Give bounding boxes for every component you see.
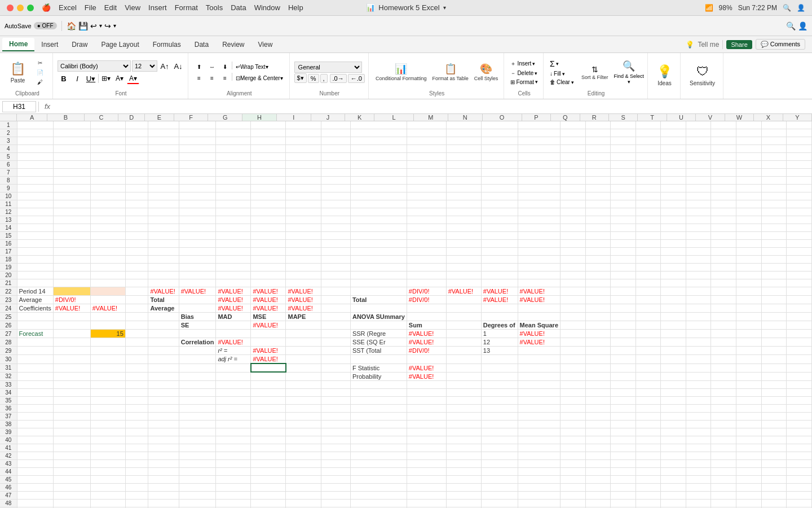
cell-R41[interactable]	[611, 444, 636, 452]
cell-E37[interactable]	[148, 412, 179, 420]
cell-W35[interactable]	[736, 396, 762, 404]
cell-P6[interactable]	[561, 161, 586, 169]
cell-M44[interactable]	[446, 467, 481, 475]
cell-W12[interactable]	[736, 208, 762, 216]
cell-H14[interactable]	[251, 224, 286, 232]
cell-H12[interactable]	[251, 208, 286, 216]
cell-F6[interactable]	[179, 161, 216, 169]
wrap-text-btn[interactable]: ↵ Wrap Text ▾	[233, 62, 271, 72]
cell-X44[interactable]	[761, 467, 787, 475]
cell-H20[interactable]	[251, 271, 286, 279]
cell-Q30[interactable]	[585, 355, 611, 364]
cell-O46[interactable]	[518, 483, 560, 491]
cell-H22[interactable]: #VALUE!	[251, 287, 286, 296]
cell-J8[interactable]	[321, 177, 350, 185]
cell-M14[interactable]	[446, 224, 481, 232]
align-middle-btn[interactable]: ↔	[206, 62, 218, 72]
cell-K26[interactable]	[350, 321, 407, 330]
cell-K29[interactable]: SST (Total	[350, 347, 407, 355]
cell-W44[interactable]	[736, 467, 762, 475]
cell-P18[interactable]	[561, 256, 586, 264]
cell-T22[interactable]	[661, 287, 686, 296]
cell-B25[interactable]	[53, 313, 90, 321]
cell-B17[interactable]	[53, 248, 90, 256]
cell-E20[interactable]	[148, 271, 179, 279]
col-header-m[interactable]: M	[414, 114, 448, 121]
cell-A31[interactable]	[17, 364, 53, 372]
cell-R8[interactable]	[611, 177, 636, 185]
wrap-dropdown[interactable]: ▾	[266, 64, 268, 70]
cell-F25[interactable]: Bias	[179, 313, 216, 321]
cell-L42[interactable]	[407, 452, 446, 459]
cell-A18[interactable]	[17, 256, 53, 264]
cell-V23[interactable]	[711, 296, 736, 304]
increase-font-btn[interactable]: A↑	[158, 60, 171, 72]
cell-R9[interactable]	[611, 185, 636, 192]
cell-R39[interactable]	[611, 428, 636, 436]
cell-F3[interactable]	[179, 137, 216, 145]
cell-L25[interactable]	[407, 313, 446, 321]
cell-S12[interactable]	[636, 208, 661, 216]
cell-P41[interactable]	[561, 444, 586, 452]
cell-H11[interactable]	[251, 200, 286, 208]
cell-L34[interactable]	[407, 388, 446, 396]
cell-F12[interactable]	[179, 208, 216, 216]
cell-V27[interactable]	[711, 330, 736, 338]
cell-W47[interactable]	[736, 491, 762, 499]
cell-V13[interactable]	[711, 216, 736, 224]
cell-C16[interactable]	[90, 240, 125, 248]
cell-L47[interactable]	[407, 491, 446, 499]
cell-B26[interactable]	[53, 321, 90, 330]
cell-D5[interactable]	[125, 153, 148, 161]
cell-R30[interactable]	[611, 355, 636, 364]
cell-F13[interactable]	[179, 216, 216, 224]
cell-M43[interactable]	[446, 459, 481, 467]
cell-C3[interactable]	[90, 137, 125, 145]
cell-E38[interactable]	[148, 420, 179, 428]
cell-D42[interactable]	[125, 452, 148, 459]
cell-T8[interactable]	[661, 177, 686, 185]
cell-J37[interactable]	[321, 412, 350, 420]
cell-Y42[interactable]	[787, 452, 812, 459]
cell-G19[interactable]	[216, 264, 251, 271]
cell-H38[interactable]	[251, 420, 286, 428]
cell-K8[interactable]	[350, 177, 407, 185]
cell-F27[interactable]	[179, 330, 216, 338]
cell-N23[interactable]: #VALUE!	[481, 296, 518, 304]
cell-Y26[interactable]	[787, 321, 812, 330]
tab-view[interactable]: View	[251, 38, 280, 51]
cell-E47[interactable]	[148, 491, 179, 499]
cell-X22[interactable]	[761, 287, 787, 296]
cell-B30[interactable]	[53, 355, 90, 364]
cell-R27[interactable]	[611, 330, 636, 338]
cell-U35[interactable]	[686, 396, 711, 404]
cell-C15[interactable]	[90, 232, 125, 240]
font-family-select[interactable]: Calibri (Body)	[58, 60, 131, 72]
cell-I42[interactable]	[286, 452, 321, 459]
cell-Y8[interactable]	[787, 177, 812, 185]
cell-Y2[interactable]	[787, 129, 812, 137]
cell-E19[interactable]	[148, 264, 179, 271]
cell-B7[interactable]	[53, 169, 90, 177]
tab-page-layout[interactable]: Page Layout	[94, 38, 145, 51]
cell-A3[interactable]	[17, 137, 53, 145]
cell-G25[interactable]: MAD	[216, 313, 251, 321]
cell-R18[interactable]	[611, 256, 636, 264]
cell-H26[interactable]: #VALUE!	[251, 321, 286, 330]
cell-L22[interactable]: #DIV/0!	[407, 287, 446, 296]
cell-B16[interactable]	[53, 240, 90, 248]
cell-M38[interactable]	[446, 420, 481, 428]
cell-R43[interactable]	[611, 459, 636, 467]
cell-K23[interactable]: Total	[350, 296, 407, 304]
cell-R47[interactable]	[611, 491, 636, 499]
cell-W18[interactable]	[736, 256, 762, 264]
cell-P29[interactable]	[561, 347, 586, 355]
cell-T12[interactable]	[661, 208, 686, 216]
cell-D21[interactable]	[125, 279, 148, 287]
cell-B21[interactable]	[53, 279, 90, 287]
cell-A1[interactable]	[17, 121, 53, 129]
cell-P25[interactable]	[561, 313, 586, 321]
cell-E28[interactable]	[148, 338, 179, 347]
cell-P15[interactable]	[561, 232, 586, 240]
cell-K25[interactable]: ANOVA SUmmary	[350, 313, 407, 321]
